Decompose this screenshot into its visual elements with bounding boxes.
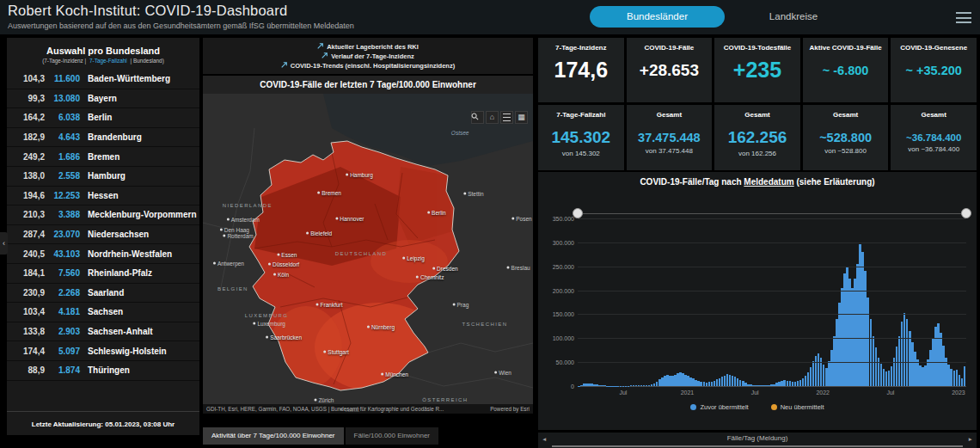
- scroll-right-icon[interactable]: ►: [968, 436, 973, 442]
- meldedatum-link[interactable]: Meldedatum: [744, 177, 793, 187]
- stat-card-2: COVID-19-Fälle+28.653: [627, 38, 713, 102]
- bundesland-row[interactable]: 133,82.903Sachsen-Anhalt: [7, 322, 199, 342]
- gridline: [578, 338, 966, 339]
- y-axis-label: 300.000: [540, 239, 574, 245]
- map-view-tabs: Aktivität über 7 Tage/100.000 EinwohnerF…: [203, 427, 438, 445]
- bundesland-row[interactable]: 104,311.600Baden-Württemberg: [7, 70, 199, 89]
- stat-value: ~ +35.200: [891, 64, 977, 77]
- incidence-value: 230,9: [7, 288, 45, 298]
- bundesland-row[interactable]: 99,313.080Bayern: [7, 89, 199, 109]
- subtitle-part-3: | Bundesland): [130, 58, 163, 64]
- legend-dot: [690, 404, 696, 410]
- sidebar-title: Auswahl pro Bundesland: [7, 46, 199, 56]
- bundesland-row[interactable]: 230,92.268Saarland: [7, 284, 199, 304]
- bundesland-row[interactable]: 287,423.070Niedersachsen: [7, 225, 199, 245]
- incidence-value: 182,9: [7, 132, 45, 142]
- collapse-panel-icon[interactable]: ‹: [0, 232, 8, 255]
- bundesland-row[interactable]: 174,45.097Schleswig-Holstein: [7, 341, 199, 361]
- rki-link-2[interactable]: Verlauf der 7-Tage-Inzidenz: [322, 52, 414, 60]
- scrollbar-thumb[interactable]: [552, 445, 963, 447]
- germany-map[interactable]: HamburgBremenHannoverBerlinBielefeldEsse…: [203, 94, 533, 414]
- toggle-landkreise[interactable]: Landkreise: [738, 6, 849, 28]
- stat-value: ~36.784.400: [891, 132, 977, 143]
- search-icon[interactable]: [471, 111, 484, 124]
- bundesland-name: Brandenburg: [80, 132, 199, 142]
- bundesland-row[interactable]: 240,543.103Nordrhein-Westfalen: [7, 244, 199, 264]
- incidence-value: 103,4: [7, 307, 45, 316]
- last-update-label: Letzte Aktualisierung:: [32, 420, 103, 428]
- attribution-text: GDI-TH, Esri, HERE, Garmin, FAO, NOAA, U…: [206, 406, 444, 412]
- bundesland-row[interactable]: 210,33.388Mecklenburg-Vorpommern: [7, 206, 199, 225]
- slider-handle-right[interactable]: [961, 208, 971, 218]
- bundesland-row[interactable]: 164,26.038Berlin: [7, 108, 199, 128]
- bundesland-name: Sachsen: [80, 307, 199, 316]
- stat-sub: von ~528.800: [803, 147, 889, 155]
- home-icon[interactable]: ⌂: [486, 111, 499, 124]
- case-count: 4.181: [45, 307, 80, 316]
- bundesland-row[interactable]: 182,94.643Brandenburg: [7, 128, 199, 148]
- stat-sub: von 145.302: [538, 150, 624, 157]
- bundesland-row[interactable]: 184,17.560Rheinland-Pfalz: [7, 264, 199, 284]
- case-count: 2.558: [45, 171, 80, 181]
- stat-value: 162.256: [714, 128, 800, 147]
- external-link-icon: [317, 43, 323, 51]
- stat-label: Gesamt: [714, 111, 800, 119]
- time-range-slider[interactable]: [578, 213, 966, 214]
- bundesland-name: Saarland: [80, 288, 199, 298]
- header: Robert Koch-Institut: COVID-19-Dashboard…: [0, 0, 980, 34]
- bundesland-name: Baden-Württemberg: [80, 74, 199, 83]
- bundesland-row[interactable]: 103,44.181Sachsen: [7, 303, 199, 322]
- case-count: 2.903: [45, 327, 80, 336]
- rki-link-3[interactable]: COVID-19-Trends (einschl. Hospitalisieru…: [281, 62, 455, 70]
- stat-card-7: Gesamt37.475.448von 37.475.448: [627, 105, 713, 170]
- sidebar-divider: [7, 411, 199, 412]
- stat-label: COVID-19-Genesene: [891, 44, 977, 52]
- map-attribution: GDI-TH, Esri, HERE, Garmin, FAO, NOAA, U…: [203, 404, 533, 414]
- chart-title: COVID-19-Fälle/Tag nach Meldedatum (sieh…: [538, 177, 977, 187]
- bundesland-name: Schleswig-Holstein: [80, 347, 199, 356]
- cases-per-day-chart: COVID-19-Fälle/Tag nach Meldedatum (sieh…: [538, 172, 977, 430]
- gridline: [578, 267, 966, 267]
- map-tab[interactable]: Aktivität über 7 Tage/100.000 Einwohner: [203, 427, 344, 445]
- stat-value: ~ -6.800: [803, 64, 889, 77]
- page-subtitle: Auswertungen basierend auf den aus den G…: [8, 21, 354, 30]
- legend-label: Neu übermittelt: [781, 403, 824, 411]
- stat-card-8: Gesamt162.256von 162.256: [714, 105, 800, 170]
- stat-card-1: 7-Tage-Inzidenz174,6: [538, 38, 624, 102]
- bundesland-name: Hessen: [80, 191, 199, 200]
- incidence-value: 194,6: [7, 191, 45, 200]
- stat-label: 7-Tage-Fallzahl: [538, 111, 624, 119]
- incidence-value: 138,0: [7, 171, 45, 181]
- rki-link-1[interactable]: Aktueller Lagebericht des RKI: [317, 43, 419, 51]
- bundesland-row[interactable]: 194,612.253Hessen: [7, 187, 199, 206]
- rki-covid-dashboard: Robert Koch-Institut: COVID-19-Dashboard…: [0, 0, 980, 448]
- gridline: [578, 218, 966, 219]
- basemap-grid-icon[interactable]: ▦: [515, 111, 528, 124]
- case-count: 43.103: [45, 249, 80, 259]
- stat-label: 7-Tage-Inzidenz: [538, 44, 624, 52]
- bundesland-row[interactable]: 138,02.558Hamburg: [7, 167, 199, 187]
- stat-sub: von ~36.784.400: [891, 145, 977, 153]
- external-link-icon: [281, 62, 287, 70]
- case-count: 6.038: [45, 113, 80, 122]
- y-axis-label: 250.000: [540, 263, 574, 269]
- page-title: Robert Koch-Institut: COVID-19-Dashboard: [8, 3, 287, 19]
- legend-item[interactable]: Zuvor übermittelt: [690, 403, 748, 411]
- layers-list-icon[interactable]: [500, 111, 513, 124]
- bundesland-row[interactable]: 88,91.874Thüringen: [7, 361, 199, 381]
- map-tab[interactable]: Fälle/100.000 Einwohner: [346, 427, 439, 445]
- legend-item[interactable]: Neu übermittelt: [771, 403, 824, 411]
- bundesland-name: Hamburg: [80, 171, 199, 181]
- incidence-value: 104,3: [7, 74, 45, 83]
- incidence-value: 174,4: [7, 347, 45, 356]
- link-label: Aktueller Lagebericht des RKI: [327, 43, 419, 51]
- stat-sub: von 162.256: [714, 150, 800, 157]
- gridline: [578, 314, 966, 315]
- map-controls: ⌂ ▦: [471, 111, 528, 124]
- chart-legend: Zuvor übermitteltNeu übermittelt: [538, 403, 977, 411]
- menu-icon[interactable]: [956, 12, 971, 23]
- bundesland-row[interactable]: 249,21.686Bremen: [7, 147, 199, 167]
- toggle-bundeslaender[interactable]: Bundesländer: [590, 6, 725, 28]
- bar-chart-plot[interactable]: 350.000300.000250.000200.000150.000100.0…: [578, 218, 966, 387]
- stat-value: 37.475.448: [627, 131, 713, 144]
